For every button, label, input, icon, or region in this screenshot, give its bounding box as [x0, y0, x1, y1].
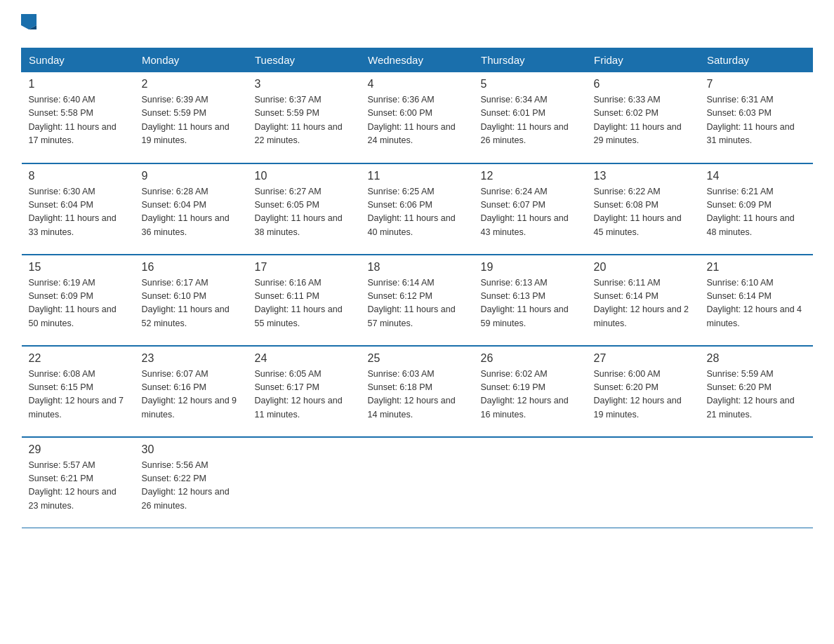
day-info: Sunrise: 6:22 AM Sunset: 6:08 PM Dayligh… [594, 185, 693, 240]
day-info: Sunrise: 6:13 AM Sunset: 6:13 PM Dayligh… [481, 276, 580, 331]
day-number: 14 [707, 170, 806, 182]
day-number: 29 [29, 443, 128, 456]
day-number: 9 [142, 170, 241, 182]
calendar-cell: 9 Sunrise: 6:28 AM Sunset: 6:04 PM Dayli… [135, 163, 248, 255]
day-info: Sunrise: 6:05 AM Sunset: 6:17 PM Dayligh… [255, 368, 354, 422]
day-info: Sunrise: 6:02 AM Sunset: 6:19 PM Dayligh… [481, 368, 580, 422]
calendar-cell: 13 Sunrise: 6:22 AM Sunset: 6:08 PM Dayl… [587, 163, 700, 255]
day-info: Sunrise: 6:16 AM Sunset: 6:11 PM Dayligh… [255, 276, 354, 331]
day-number: 22 [29, 352, 128, 365]
calendar-cell: 23 Sunrise: 6:07 AM Sunset: 6:16 PM Dayl… [135, 346, 248, 437]
day-number: 10 [255, 170, 354, 182]
calendar-cell: 2 Sunrise: 6:39 AM Sunset: 5:59 PM Dayli… [135, 72, 248, 163]
day-number: 6 [594, 78, 693, 90]
day-info: Sunrise: 6:40 AM Sunset: 5:58 PM Dayligh… [29, 93, 128, 148]
day-number: 17 [255, 261, 354, 274]
calendar-cell: 8 Sunrise: 6:30 AM Sunset: 6:04 PM Dayli… [22, 163, 135, 255]
page-header [21, 14, 813, 34]
calendar-cell: 16 Sunrise: 6:17 AM Sunset: 6:10 PM Dayl… [135, 255, 248, 346]
day-info: Sunrise: 6:27 AM Sunset: 6:05 PM Dayligh… [255, 185, 354, 240]
day-info: Sunrise: 6:31 AM Sunset: 6:03 PM Dayligh… [707, 93, 806, 148]
calendar-cell: 18 Sunrise: 6:14 AM Sunset: 6:12 PM Dayl… [361, 255, 474, 346]
header-thursday: Thursday [474, 48, 587, 72]
calendar-cell [700, 437, 813, 528]
day-number: 23 [142, 352, 241, 365]
day-number: 28 [707, 352, 806, 365]
day-number: 2 [142, 78, 241, 90]
day-info: Sunrise: 6:03 AM Sunset: 6:18 PM Dayligh… [368, 368, 467, 422]
day-info: Sunrise: 6:34 AM Sunset: 6:01 PM Dayligh… [481, 93, 580, 148]
calendar-cell: 28 Sunrise: 5:59 AM Sunset: 6:20 PM Dayl… [700, 346, 813, 437]
day-number: 16 [142, 261, 241, 274]
calendar-cell: 4 Sunrise: 6:36 AM Sunset: 6:00 PM Dayli… [361, 72, 474, 163]
day-info: Sunrise: 6:17 AM Sunset: 6:10 PM Dayligh… [142, 276, 241, 331]
calendar-cell: 27 Sunrise: 6:00 AM Sunset: 6:20 PM Dayl… [587, 346, 700, 437]
day-number: 30 [142, 443, 241, 456]
calendar-cell: 26 Sunrise: 6:02 AM Sunset: 6:19 PM Dayl… [474, 346, 587, 437]
day-info: Sunrise: 6:28 AM Sunset: 6:04 PM Dayligh… [142, 185, 241, 240]
header-saturday: Saturday [700, 48, 813, 72]
calendar-cell: 11 Sunrise: 6:25 AM Sunset: 6:06 PM Dayl… [361, 163, 474, 255]
week-row-1: 1 Sunrise: 6:40 AM Sunset: 5:58 PM Dayli… [22, 72, 813, 163]
day-number: 5 [481, 78, 580, 90]
calendar-cell: 10 Sunrise: 6:27 AM Sunset: 6:05 PM Dayl… [248, 163, 361, 255]
day-info: Sunrise: 6:00 AM Sunset: 6:20 PM Dayligh… [594, 368, 693, 422]
day-number: 15 [29, 261, 128, 274]
day-number: 4 [368, 78, 467, 90]
calendar-cell: 25 Sunrise: 6:03 AM Sunset: 6:18 PM Dayl… [361, 346, 474, 437]
day-info: Sunrise: 6:33 AM Sunset: 6:02 PM Dayligh… [594, 93, 693, 148]
day-number: 21 [707, 261, 806, 274]
day-number: 19 [481, 261, 580, 274]
calendar-cell: 7 Sunrise: 6:31 AM Sunset: 6:03 PM Dayli… [700, 72, 813, 163]
calendar-cell [474, 437, 587, 528]
day-number: 3 [255, 78, 354, 90]
calendar-cell: 12 Sunrise: 6:24 AM Sunset: 6:07 PM Dayl… [474, 163, 587, 255]
week-row-2: 8 Sunrise: 6:30 AM Sunset: 6:04 PM Dayli… [22, 163, 813, 255]
header-friday: Friday [587, 48, 700, 72]
day-number: 25 [368, 352, 467, 365]
calendar-cell: 6 Sunrise: 6:33 AM Sunset: 6:02 PM Dayli… [587, 72, 700, 163]
calendar-cell [361, 437, 474, 528]
day-info: Sunrise: 5:56 AM Sunset: 6:22 PM Dayligh… [142, 459, 241, 514]
day-number: 18 [368, 261, 467, 274]
day-info: Sunrise: 6:24 AM Sunset: 6:07 PM Dayligh… [481, 185, 580, 240]
logo [21, 14, 37, 34]
calendar-cell: 17 Sunrise: 6:16 AM Sunset: 6:11 PM Dayl… [248, 255, 361, 346]
calendar-cell: 1 Sunrise: 6:40 AM Sunset: 5:58 PM Dayli… [22, 72, 135, 163]
day-info: Sunrise: 6:37 AM Sunset: 5:59 PM Dayligh… [255, 93, 354, 148]
day-number: 8 [29, 170, 128, 182]
calendar-cell: 5 Sunrise: 6:34 AM Sunset: 6:01 PM Dayli… [474, 72, 587, 163]
day-number: 1 [29, 78, 128, 90]
day-info: Sunrise: 6:19 AM Sunset: 6:09 PM Dayligh… [29, 276, 128, 331]
day-number: 12 [481, 170, 580, 182]
calendar-cell [587, 437, 700, 528]
day-info: Sunrise: 6:10 AM Sunset: 6:14 PM Dayligh… [707, 276, 806, 331]
calendar-cell: 21 Sunrise: 6:10 AM Sunset: 6:14 PM Dayl… [700, 255, 813, 346]
header-wednesday: Wednesday [361, 48, 474, 72]
header-sunday: Sunday [22, 48, 135, 72]
day-info: Sunrise: 6:39 AM Sunset: 5:59 PM Dayligh… [142, 93, 241, 148]
day-number: 11 [368, 170, 467, 182]
logo-icon [21, 14, 37, 29]
day-info: Sunrise: 6:11 AM Sunset: 6:14 PM Dayligh… [594, 276, 693, 331]
day-info: Sunrise: 6:07 AM Sunset: 6:16 PM Dayligh… [142, 368, 241, 422]
calendar-cell: 29 Sunrise: 5:57 AM Sunset: 6:21 PM Dayl… [22, 437, 135, 528]
calendar-cell: 24 Sunrise: 6:05 AM Sunset: 6:17 PM Dayl… [248, 346, 361, 437]
day-info: Sunrise: 5:57 AM Sunset: 6:21 PM Dayligh… [29, 459, 128, 514]
day-number: 20 [594, 261, 693, 274]
header-tuesday: Tuesday [248, 48, 361, 72]
logo-text [21, 14, 37, 34]
week-row-4: 22 Sunrise: 6:08 AM Sunset: 6:15 PM Dayl… [22, 346, 813, 437]
day-number: 27 [594, 352, 693, 365]
header-monday: Monday [135, 48, 248, 72]
calendar-cell: 22 Sunrise: 6:08 AM Sunset: 6:15 PM Dayl… [22, 346, 135, 437]
day-number: 13 [594, 170, 693, 182]
day-info: Sunrise: 6:08 AM Sunset: 6:15 PM Dayligh… [29, 368, 128, 422]
day-info: Sunrise: 5:59 AM Sunset: 6:20 PM Dayligh… [707, 368, 806, 422]
calendar-cell: 15 Sunrise: 6:19 AM Sunset: 6:09 PM Dayl… [22, 255, 135, 346]
calendar-cell: 14 Sunrise: 6:21 AM Sunset: 6:09 PM Dayl… [700, 163, 813, 255]
calendar-cell [248, 437, 361, 528]
calendar-cell: 20 Sunrise: 6:11 AM Sunset: 6:14 PM Dayl… [587, 255, 700, 346]
calendar-table: SundayMondayTuesdayWednesdayThursdayFrid… [21, 48, 813, 528]
week-row-5: 29 Sunrise: 5:57 AM Sunset: 6:21 PM Dayl… [22, 437, 813, 528]
